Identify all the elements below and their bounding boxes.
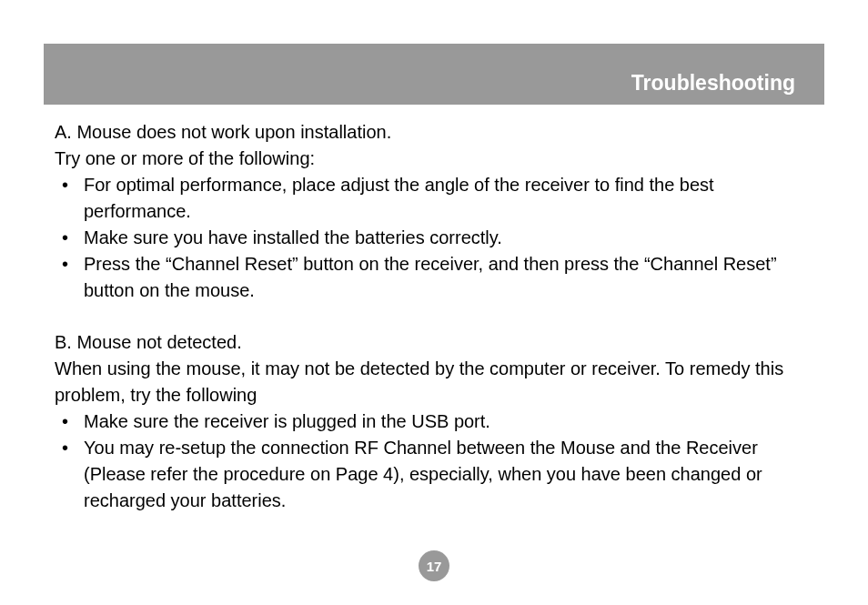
page-number-badge: 17 [419,550,449,581]
page-title: Troubleshooting [631,71,795,95]
section-b-intro: When using the mouse, it may not be dete… [55,356,813,408]
list-item: Make sure you have installed the batteri… [55,225,813,251]
list-item: Make sure the receiver is plugged in the… [55,408,813,435]
list-item: You may re-setup the connection RF Chann… [55,435,813,514]
page-number: 17 [427,559,442,574]
section-b-list: Make sure the receiver is plugged in the… [55,408,813,514]
header-bar: Troubleshooting [44,66,824,105]
section-b: B. Mouse not detected. When using the mo… [55,329,813,514]
section-a-intro: Try one or more of the following: [55,146,813,172]
content-area: A. Mouse does not work upon installation… [0,105,868,514]
section-a-list: For optimal performance, place adjust th… [55,172,813,304]
list-item: Press the “Channel Reset” button on the … [55,251,813,304]
section-b-heading: B. Mouse not detected. [55,329,813,356]
section-a-heading: A. Mouse does not work upon installation… [55,119,813,146]
header-spacer-top [44,44,824,66]
list-item: For optimal performance, place adjust th… [55,172,813,225]
